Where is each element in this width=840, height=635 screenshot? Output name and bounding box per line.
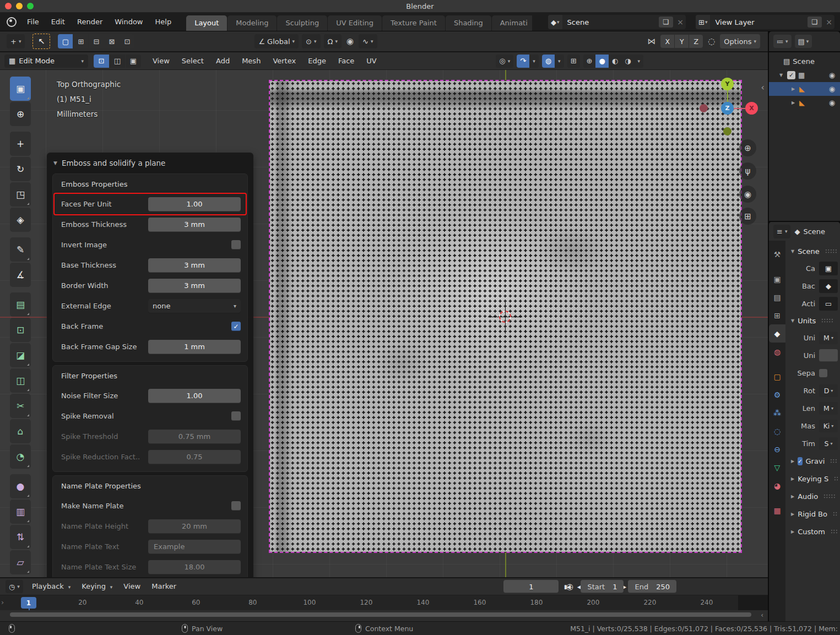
new-scene-button[interactable]: ❏ (659, 17, 673, 28)
snap-base-icon[interactable]: ◌ (706, 36, 717, 46)
sidebar-collapse-chevron[interactable]: ‹ (761, 82, 765, 93)
workspace-tab-layout[interactable]: Layout (186, 15, 227, 31)
tool-extrude-region-button[interactable]: ▤ (10, 292, 31, 317)
operator-panel-header[interactable]: ▼ Emboss and solidify a plane (47, 153, 253, 173)
shading-rendered-button[interactable]: ◑ (621, 55, 634, 68)
back-frame-gap-size-field[interactable]: 1 mm (148, 340, 241, 354)
zoom-viewport-button[interactable]: ⊕ (739, 139, 756, 156)
outliner-row-object[interactable]: ▶◣◉ (769, 96, 840, 110)
visibility-dropdown[interactable]: ◎ ▾ (496, 55, 513, 68)
tool-knife-button[interactable]: ✂ (10, 394, 31, 418)
viewport-menu-view[interactable]: View (147, 52, 176, 70)
viewport-menu-vertex[interactable]: Vertex (267, 52, 302, 70)
mirror-y-button[interactable]: Y (675, 35, 689, 48)
proportional-falloff-dropdown[interactable]: ∿▾ (359, 34, 377, 48)
current-frame-field[interactable]: 1 (503, 580, 559, 593)
rot-dropdown[interactable]: D▾ (819, 384, 838, 397)
collapsed-section-rigid-bo[interactable]: ▶Rigid Bo (787, 505, 838, 523)
outliner-row-scene[interactable]: ▤Scene (769, 55, 840, 68)
properties-tab-output[interactable]: ▤ (769, 288, 785, 306)
tool-scale-button[interactable]: ◳ (10, 182, 31, 207)
emboss-thickness-field[interactable]: 3 mm (148, 218, 241, 232)
mirror-x-button[interactable]: X (660, 35, 674, 48)
menu-help[interactable]: Help (149, 13, 178, 31)
outliner-display-mode-dropdown[interactable]: ≔▾ (773, 35, 792, 48)
embossed-plane-mesh[interactable] (270, 81, 741, 552)
shading-solid-button[interactable]: ● (595, 55, 608, 68)
shading-material-button[interactable]: ◐ (609, 55, 621, 68)
timeline-menu-marker[interactable]: Marker (146, 578, 182, 595)
popout-chevron[interactable]: › (1, 598, 4, 606)
select-mode-extend-button[interactable]: ⊞ (73, 34, 88, 48)
select-mode-subtract-button[interactable]: ⊟ (89, 34, 104, 48)
tool-measure-button[interactable]: ∡ (10, 263, 31, 287)
shading-wireframe-button[interactable]: ⊕ (583, 55, 596, 68)
properties-editor-type-dropdown[interactable]: ≡▾ (773, 225, 790, 238)
base-thickness-field[interactable]: 3 mm (148, 258, 241, 273)
select-mode-new-button[interactable]: ▢ (58, 34, 73, 48)
mirror-z-button[interactable]: Z (689, 35, 703, 48)
tool-cursor-button[interactable]: ⊕ (10, 102, 31, 126)
show-gizmo-toggle[interactable]: ↷ (517, 55, 529, 68)
viewport-menu-add[interactable]: Add (210, 52, 236, 70)
expand-triangle-icon[interactable]: ▼ (778, 73, 784, 78)
make-name-plate-checkbox[interactable] (231, 501, 241, 511)
tool-transform-button[interactable]: ◈ (10, 208, 31, 232)
shading-dropdown[interactable]: ▾ (634, 55, 643, 68)
invert-image-checkbox[interactable] (231, 240, 241, 249)
properties-tab-modifiers[interactable]: ⚙ (769, 386, 785, 404)
gizmo-axis-y[interactable]: Y (721, 78, 734, 90)
tim-dropdown[interactable]: S▾ (819, 437, 838, 450)
workspace-tab-texture-paint[interactable]: Texture Paint (382, 15, 445, 31)
tool-poly-build-button[interactable]: ⌂ (10, 419, 31, 443)
pivot-point-dropdown[interactable]: ⊙▾ (302, 34, 320, 48)
outliner-row-object[interactable]: ▶◣◉ (769, 82, 840, 96)
view-layer-name-field[interactable]: View Layer (710, 18, 808, 26)
viewport-menu-face[interactable]: Face (332, 52, 360, 70)
tool-annotate-button[interactable]: ✎ (10, 237, 31, 262)
gizmo-axis-x[interactable]: X (745, 102, 758, 115)
vertex-select-button[interactable]: ⊡ (94, 55, 109, 68)
timeline-ruler[interactable]: › 1 20406080100120140160180200220240 (0, 595, 768, 610)
sepa-checkbox[interactable] (819, 369, 827, 377)
properties-tab-world[interactable]: ◍ (769, 343, 785, 361)
properties-tab-particles[interactable]: ⁂ (769, 404, 785, 422)
scrollbar-thumb[interactable] (10, 612, 751, 617)
mode-dropdown[interactable]: ▦Edit Mode▾ (4, 55, 88, 68)
properties-tab-object[interactable]: ▢ (769, 367, 785, 386)
tool-inset-faces-button[interactable]: ⊡ (10, 318, 31, 342)
properties-tab-data[interactable]: ▽ (769, 458, 785, 476)
tool-shrink-fatten-button[interactable]: ⇅ (10, 525, 31, 549)
properties-tab-material[interactable]: ◕ (769, 476, 785, 495)
collapsed-section-gravi[interactable]: ▶✓Gravi (787, 452, 838, 470)
overlays-dropdown[interactable]: ▾ (555, 55, 564, 68)
transform-orientation-dropdown[interactable]: ∠Global▾ (254, 34, 299, 48)
tool-bevel-button[interactable]: ◪ (10, 343, 31, 367)
uni-field[interactable] (819, 349, 838, 362)
gizmo-dropdown[interactable]: ▾ (529, 55, 539, 68)
new-view-layer-button[interactable]: ❏ (808, 17, 822, 28)
gizmo-axis-negative-x[interactable] (700, 104, 708, 112)
collapsed-section-custom[interactable]: ▶Custom (787, 523, 838, 540)
section-header-units[interactable]: ▼Units (787, 312, 838, 329)
properties-tab-render[interactable]: ▣ (769, 270, 785, 288)
name-plate-height-field[interactable]: 20 mm (148, 519, 241, 534)
expand-triangle-icon[interactable]: ▶ (790, 86, 796, 91)
workspace-tab-shading[interactable]: Shading (446, 15, 491, 31)
show-overlays-toggle[interactable]: ◍ (542, 55, 555, 68)
len-dropdown[interactable]: M▾ (819, 402, 838, 415)
collection-checkbox[interactable]: ✓ (787, 71, 795, 79)
spike-removal-checkbox[interactable] (231, 411, 241, 421)
frame-end-field[interactable]: End250 (628, 580, 676, 593)
name-plate-text-field[interactable]: Example (148, 540, 241, 554)
border-width-field[interactable]: 3 mm (148, 279, 241, 293)
blender-logo-icon[interactable] (7, 17, 17, 27)
select-mode-invert-button[interactable]: ⊠ (104, 34, 119, 48)
workspace-tab-uv-editing[interactable]: UV Editing (328, 15, 382, 31)
proportional-edit-toggle[interactable]: ◉ (345, 36, 355, 46)
expand-triangle-icon[interactable]: ▶ (790, 100, 796, 105)
workspace-tab-sculpting[interactable]: Sculpting (277, 15, 327, 31)
scene-browse-button[interactable]: ◆▾ (548, 15, 562, 29)
timeline-menu-playback[interactable]: Playback ▾ (26, 578, 76, 595)
properties-tab-tool[interactable]: ⚒ (769, 245, 785, 263)
